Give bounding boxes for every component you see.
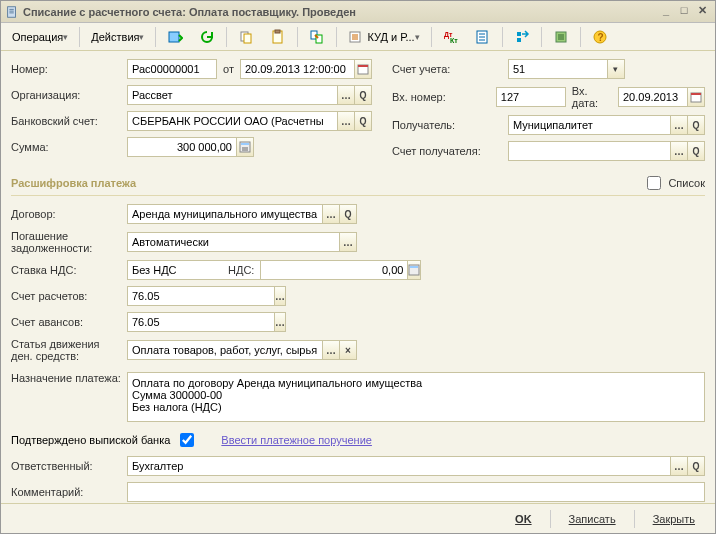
account-dropdown-button[interactable] [607, 59, 625, 79]
copy-button[interactable] [231, 26, 261, 48]
post-button[interactable] [160, 26, 190, 48]
svg-point-19 [242, 147, 244, 149]
svg-rect-18 [241, 143, 249, 145]
goto-button[interactable] [507, 26, 537, 48]
debt-repay-select-button[interactable] [339, 232, 357, 252]
vat-calc-button[interactable] [407, 260, 421, 280]
advance-account-select-button[interactable] [274, 312, 286, 332]
cashflow-item-input[interactable] [127, 340, 323, 360]
date-calendar-button[interactable] [354, 59, 372, 79]
bank-account-input[interactable] [127, 111, 338, 131]
kudir-label: КУД и Р... [367, 31, 414, 43]
svg-rect-0 [8, 6, 16, 17]
incoming-date-input[interactable] [618, 87, 688, 107]
maximize-button[interactable]: □ [675, 4, 693, 20]
svg-point-20 [244, 147, 246, 149]
org-select-button[interactable] [337, 85, 355, 105]
window-title: Списание с расчетного счета: Оплата пост… [23, 6, 657, 18]
vat-input[interactable] [260, 260, 408, 280]
close-form-button[interactable]: Закрыть [643, 510, 705, 528]
recipient-account-select-button[interactable] [670, 141, 688, 161]
account-input[interactable] [508, 59, 608, 79]
paste-button[interactable] [263, 26, 293, 48]
ok-button[interactable]: OK [505, 510, 542, 528]
cashflow-item-label: Статья движения ден. средств: [11, 338, 121, 362]
enter-payment-order-link[interactable]: Ввести платежное поручение [221, 434, 372, 446]
sum-calc-button[interactable] [236, 137, 254, 157]
incoming-date-calendar-button[interactable] [687, 87, 705, 107]
titlebar: Списание с расчетного счета: Оплата пост… [1, 1, 715, 23]
dtkt-button[interactable]: ДтКт [436, 26, 466, 48]
settings-button[interactable] [546, 26, 576, 48]
bank-confirmed-label: Подтверждено выпиской банка [11, 434, 170, 446]
recipient-account-label: Счет получателя: [392, 145, 502, 157]
recipient-select-button[interactable] [670, 115, 688, 135]
sum-label: Сумма: [11, 141, 121, 153]
bank-account-open-button[interactable] [354, 111, 372, 131]
org-open-button[interactable] [354, 85, 372, 105]
actions-menu[interactable]: Действия [84, 26, 151, 48]
org-label: Организация: [11, 89, 121, 101]
contract-select-button[interactable] [322, 204, 340, 224]
contract-input[interactable] [127, 204, 323, 224]
date-input[interactable] [240, 59, 355, 79]
purpose-label: Назначение платежа: [11, 372, 121, 384]
responsible-open-button[interactable] [687, 456, 705, 476]
org-input[interactable] [127, 85, 338, 105]
svg-rect-5 [275, 30, 280, 33]
comment-input[interactable] [127, 482, 705, 502]
footer: OK Записать Закрыть [1, 503, 715, 533]
recipient-input[interactable] [508, 115, 671, 135]
help-button[interactable]: ? [585, 26, 615, 48]
svg-rect-3 [244, 34, 251, 43]
from-label: от [223, 63, 234, 75]
operation-menu[interactable]: Операция [5, 26, 75, 48]
close-button[interactable]: ✕ [693, 4, 711, 20]
payment-section-header: Расшифровка платежа Список [11, 173, 705, 196]
structure-button[interactable] [468, 26, 498, 48]
advance-account-input[interactable] [127, 312, 275, 332]
bank-confirmed-checkbox[interactable] [180, 433, 194, 447]
basis-button[interactable] [302, 26, 332, 48]
svg-rect-1 [169, 32, 179, 42]
incoming-no-input[interactable] [496, 87, 566, 107]
bank-account-label: Банковский счет: [11, 115, 121, 127]
doc-icon [5, 5, 19, 19]
advance-account-label: Счет авансов: [11, 316, 121, 328]
toolbar: Операция Действия КУД и Р... ДтКт ? [1, 23, 715, 51]
svg-point-22 [242, 149, 244, 151]
refresh-button[interactable] [192, 26, 222, 48]
svg-text:?: ? [597, 32, 603, 43]
list-label: Список [668, 177, 705, 189]
svg-rect-28 [410, 266, 418, 268]
save-button[interactable]: Записать [559, 510, 626, 528]
sum-input[interactable] [127, 137, 237, 157]
debt-repay-input[interactable] [127, 232, 340, 252]
contract-open-button[interactable] [339, 204, 357, 224]
recipient-open-button[interactable] [687, 115, 705, 135]
calc-account-input[interactable] [127, 286, 275, 306]
bank-account-select-button[interactable] [337, 111, 355, 131]
comment-label: Комментарий: [11, 486, 121, 498]
payment-section-title: Расшифровка платежа [11, 177, 136, 189]
responsible-select-button[interactable] [670, 456, 688, 476]
svg-point-23 [244, 149, 246, 151]
minimize-button[interactable]: _ [657, 4, 675, 20]
debt-repay-label: Погашение задолженности: [11, 230, 121, 254]
recipient-account-open-button[interactable] [687, 141, 705, 161]
number-input[interactable] [127, 59, 217, 79]
responsible-input[interactable] [127, 456, 671, 476]
recipient-account-input[interactable] [508, 141, 671, 161]
list-checkbox[interactable] [647, 176, 661, 190]
vat-rate-label: Ставка НДС: [11, 264, 121, 276]
cashflow-item-clear-button[interactable] [339, 340, 357, 360]
purpose-textarea[interactable] [127, 372, 705, 422]
account-label: Счет учета: [392, 63, 502, 75]
calc-account-select-button[interactable] [274, 286, 286, 306]
cashflow-item-select-button[interactable] [322, 340, 340, 360]
number-label: Номер: [11, 63, 121, 75]
svg-rect-16 [358, 65, 368, 67]
window: Списание с расчетного счета: Оплата пост… [0, 0, 716, 534]
svg-text:Кт: Кт [450, 37, 458, 44]
kudir-button[interactable]: КУД и Р... [341, 26, 426, 48]
